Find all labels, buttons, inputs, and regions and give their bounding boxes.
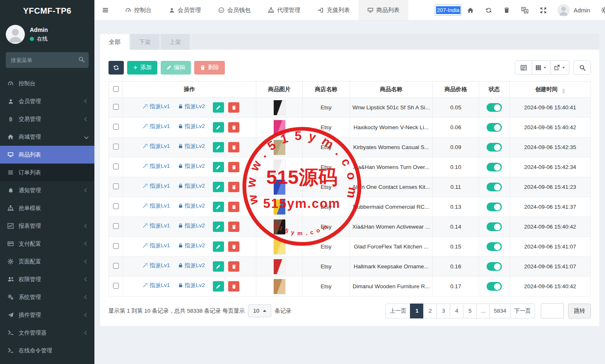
filter-tab[interactable]: 下架	[130, 34, 159, 50]
assign-lv1-link[interactable]: 指派Lv1	[143, 123, 170, 130]
topnav-item-member-manage[interactable]: 会员管理	[160, 0, 210, 20]
delete-row-button[interactable]	[228, 122, 239, 133]
edit-row-button[interactable]	[213, 102, 224, 113]
assign-lv2-link[interactable]: 指派Lv2	[178, 242, 205, 249]
filter-tab[interactable]: 上架	[161, 34, 190, 50]
delete-row-button[interactable]	[228, 261, 239, 272]
delete-row-button[interactable]	[228, 162, 239, 172]
filter-tab[interactable]: 全部	[100, 34, 129, 50]
edit-row-button[interactable]	[213, 281, 224, 292]
delete-row-button[interactable]	[228, 182, 239, 192]
edit-row-button[interactable]	[213, 142, 224, 152]
delete-row-button[interactable]	[228, 222, 239, 232]
assign-lv2-link[interactable]: 指派Lv2	[178, 182, 205, 190]
select-all-checkbox[interactable]	[113, 86, 119, 92]
status-toggle[interactable]	[487, 163, 502, 171]
sidebar-item-online-command[interactable]: 在线命令管理	[0, 342, 94, 359]
refresh-icon[interactable]	[480, 0, 498, 20]
detail-view-button[interactable]	[515, 60, 532, 75]
status-toggle[interactable]	[487, 282, 502, 291]
row-checkbox[interactable]	[113, 164, 119, 169]
assign-lv1-link[interactable]: 指派Lv1	[143, 202, 170, 210]
topnav-item-agent-manage[interactable]: 代理管理	[259, 0, 309, 20]
sidebar-item-member-manage[interactable]: 会员管理	[0, 92, 94, 110]
column-header-created[interactable]: 创建时间	[510, 82, 591, 98]
delete-row-button[interactable]	[228, 102, 239, 113]
assign-lv1-link[interactable]: 指派Lv1	[143, 242, 170, 249]
gear-icon[interactable]	[595, 0, 605, 20]
assign-lv2-link[interactable]: 指派Lv2	[178, 103, 205, 110]
edit-button[interactable]: 编辑	[161, 61, 191, 75]
row-checkbox[interactable]	[113, 243, 119, 249]
page-button[interactable]: 5	[463, 304, 477, 318]
status-toggle[interactable]	[487, 183, 502, 191]
row-checkbox[interactable]	[113, 203, 119, 209]
page-button[interactable]: 5834	[489, 304, 510, 318]
topnav-item-recharge-list[interactable]: 充值列表	[309, 0, 359, 20]
sidebar-item-order-list[interactable]: 订单列表	[0, 164, 94, 181]
delete-row-button[interactable]	[228, 241, 239, 252]
export-button[interactable]	[550, 60, 569, 75]
edit-row-button[interactable]	[213, 122, 224, 133]
sort-icon[interactable]	[562, 89, 565, 94]
assign-lv2-link[interactable]: 指派Lv2	[178, 222, 205, 229]
assign-lv1-link[interactable]: 指派Lv1	[143, 282, 170, 289]
delete-button[interactable]: 删除	[194, 61, 225, 75]
row-checkbox[interactable]	[113, 263, 119, 269]
refresh-button[interactable]	[108, 61, 124, 75]
page-button[interactable]: 2	[423, 304, 437, 318]
edit-row-button[interactable]	[213, 202, 224, 212]
delete-row-button[interactable]	[228, 142, 239, 152]
row-checkbox[interactable]	[113, 124, 119, 130]
status-toggle[interactable]	[487, 262, 502, 271]
assign-lv1-link[interactable]: 指派Lv1	[143, 162, 170, 170]
topnav-item-goods-list[interactable]: 商品列表	[359, 0, 408, 20]
delete-row-button[interactable]	[228, 202, 239, 212]
status-toggle[interactable]	[487, 123, 502, 132]
row-checkbox[interactable]	[113, 223, 119, 229]
sidebar-item-dashboard[interactable]: 控制台	[0, 75, 94, 92]
status-toggle[interactable]	[487, 242, 502, 251]
assign-lv2-link[interactable]: 指派Lv2	[178, 262, 205, 269]
assign-lv2-link[interactable]: 指派Lv2	[178, 282, 205, 289]
topnav-item-console[interactable]: 控制台	[116, 0, 160, 20]
language-icon[interactable]: 文A	[516, 0, 534, 20]
page-button[interactable]: 4	[450, 304, 463, 318]
sidebar-item-trade-manage[interactable]: B 交易管理	[0, 110, 94, 128]
page-button[interactable]: 1	[410, 304, 424, 318]
edit-row-button[interactable]	[213, 162, 224, 172]
sidebar-item-plugin-manage[interactable]: 插件管理	[0, 306, 94, 324]
search-button[interactable]	[574, 60, 591, 75]
host-input[interactable]: 207-India	[435, 5, 461, 16]
page-button[interactable]: 3	[436, 304, 450, 318]
status-toggle[interactable]	[487, 103, 502, 112]
sidebar-item-mall-manage[interactable]: 商城管理	[0, 128, 94, 146]
add-button[interactable]: 添加	[127, 61, 157, 75]
sidebar-item-file-manager[interactable]: 文件管理器	[0, 324, 94, 342]
sidebar-item-page-config[interactable]: 页面配置	[0, 253, 94, 270]
row-checkbox[interactable]	[113, 283, 119, 289]
page-size-select[interactable]: 10	[248, 304, 271, 317]
edit-row-button[interactable]	[213, 261, 224, 272]
status-toggle[interactable]	[487, 143, 502, 152]
delete-row-button[interactable]	[228, 281, 239, 292]
sidebar-item-notice-manage[interactable]: 通知管理	[0, 181, 94, 199]
edit-row-button[interactable]	[213, 182, 224, 192]
fullscreen-icon[interactable]	[534, 0, 552, 20]
row-checkbox[interactable]	[113, 104, 119, 110]
page-jump-input[interactable]	[541, 303, 564, 318]
assign-lv1-link[interactable]: 指派Lv1	[143, 262, 170, 269]
sidebar-toggle-button[interactable]	[94, 0, 116, 20]
assign-lv2-link[interactable]: 指派Lv2	[178, 162, 205, 170]
menu-search-input[interactable]	[6, 52, 89, 68]
home-icon[interactable]	[461, 0, 480, 20]
status-toggle[interactable]	[487, 202, 502, 211]
edit-row-button[interactable]	[213, 222, 224, 232]
row-checkbox[interactable]	[113, 183, 119, 189]
assign-lv1-link[interactable]: 指派Lv1	[143, 182, 170, 190]
topnav-item-member-wallet[interactable]: cc 会员钱包	[210, 0, 259, 20]
status-toggle[interactable]	[487, 222, 502, 231]
assign-lv1-link[interactable]: 指派Lv1	[143, 103, 170, 110]
sidebar-item-system-manage[interactable]: 系统管理	[0, 288, 94, 306]
sidebar-item-report-manage[interactable]: 报表管理	[0, 217, 94, 235]
